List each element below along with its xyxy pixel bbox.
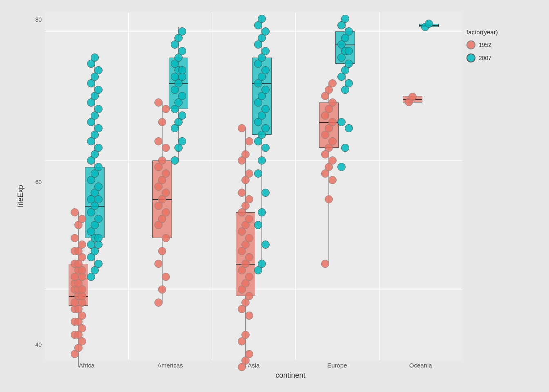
plot-area [45, 12, 462, 360]
data-dot [238, 124, 246, 132]
data-dot [154, 137, 163, 145]
grid-line-v [295, 12, 296, 360]
data-dot [158, 285, 166, 294]
data-dot [154, 260, 163, 268]
data-dot [178, 137, 186, 145]
data-dot [328, 118, 337, 126]
data-dot [94, 66, 103, 74]
data-dot [245, 312, 253, 320]
legend-item-2007: 2007 [466, 53, 532, 62]
data-dot [245, 253, 253, 261]
data-dot [321, 260, 329, 268]
data-dot [337, 163, 346, 171]
data-dot [258, 15, 266, 23]
data-dot [261, 241, 270, 249]
data-dot [178, 66, 186, 74]
x-axis-title: continent [27, 371, 536, 380]
data-dot [94, 105, 103, 113]
legend-item-1952: 1952 [466, 40, 532, 49]
y-tick-60: 60 [35, 179, 42, 185]
data-dot [162, 169, 170, 178]
y-tick-40: 40 [35, 341, 42, 348]
data-dot [328, 98, 337, 107]
data-dot [328, 156, 337, 165]
data-dot [245, 273, 253, 281]
data-dot [245, 350, 253, 358]
data-dot [154, 98, 163, 107]
data-dot [71, 208, 79, 216]
data-dot [425, 20, 433, 28]
data-dot [94, 86, 103, 94]
data-dot [162, 234, 170, 242]
data-dot [341, 144, 349, 152]
data-dot [241, 331, 250, 339]
x-label-europe: Europe [295, 362, 379, 369]
data-dot [328, 137, 337, 145]
data-dot [261, 66, 270, 74]
data-dot [345, 124, 353, 132]
data-dot [245, 215, 253, 223]
chart-wrapper: lifeExp 80 60 40 factor(year) [13, 12, 536, 380]
legend: factor(year) 1952 2007 [462, 12, 536, 360]
data-dot [245, 292, 253, 300]
data-dot [325, 195, 333, 203]
data-dot [178, 27, 186, 36]
data-dot [258, 156, 266, 165]
data-dot [178, 92, 186, 100]
data-dot [254, 221, 262, 229]
y-axis-label: lifeExp [13, 12, 25, 380]
grid-line-h [45, 31, 462, 32]
chart-container: lifeExp 80 60 40 factor(year) [0, 0, 549, 392]
data-dot [345, 27, 353, 36]
data-dot [78, 241, 86, 249]
data-dot [94, 234, 103, 242]
data-dot [154, 298, 163, 307]
data-dot [162, 208, 170, 216]
data-dot [94, 163, 103, 171]
data-dot [158, 247, 166, 255]
data-dot [94, 124, 103, 132]
legend-icon-1952 [466, 40, 475, 49]
data-dot [261, 27, 270, 36]
data-dot [158, 118, 166, 126]
data-dot [328, 176, 337, 184]
data-dot [261, 144, 270, 152]
data-dot [94, 215, 103, 223]
x-label-asia: Asia [212, 362, 295, 369]
data-dot [345, 47, 353, 55]
data-dot [337, 118, 346, 126]
data-dot [91, 53, 99, 62]
y-ticks: 80 60 40 [27, 12, 45, 360]
data-dot [162, 189, 170, 197]
data-dot [261, 105, 270, 113]
data-dot [178, 47, 186, 55]
data-dot [245, 234, 253, 242]
data-dot [162, 105, 170, 113]
legend-title: factor(year) [466, 29, 532, 36]
data-dot [345, 60, 353, 68]
grid-line-v [379, 12, 379, 360]
data-dot [345, 79, 353, 87]
data-dot [245, 169, 253, 178]
data-dot [245, 195, 253, 203]
x-label-oceania: Oceania [379, 362, 462, 369]
data-dot [408, 93, 417, 101]
data-dot [261, 189, 270, 197]
legend-icon-2007 [466, 53, 475, 62]
whisker-high [262, 135, 262, 270]
data-dot [71, 234, 79, 242]
data-dot [171, 156, 179, 165]
data-dot [178, 111, 186, 120]
x-axis-labels: AfricaAmericasAsiaEuropeOceania [27, 362, 536, 369]
data-dot [241, 150, 250, 158]
data-dot [254, 169, 262, 178]
data-dot [341, 15, 349, 23]
data-dot [158, 156, 166, 165]
grid-line-h [45, 160, 462, 161]
data-dot [328, 79, 337, 87]
data-dot [94, 260, 103, 268]
data-dot [261, 124, 270, 132]
data-dot [94, 183, 103, 191]
data-dot [261, 47, 270, 55]
data-dot [94, 144, 103, 152]
